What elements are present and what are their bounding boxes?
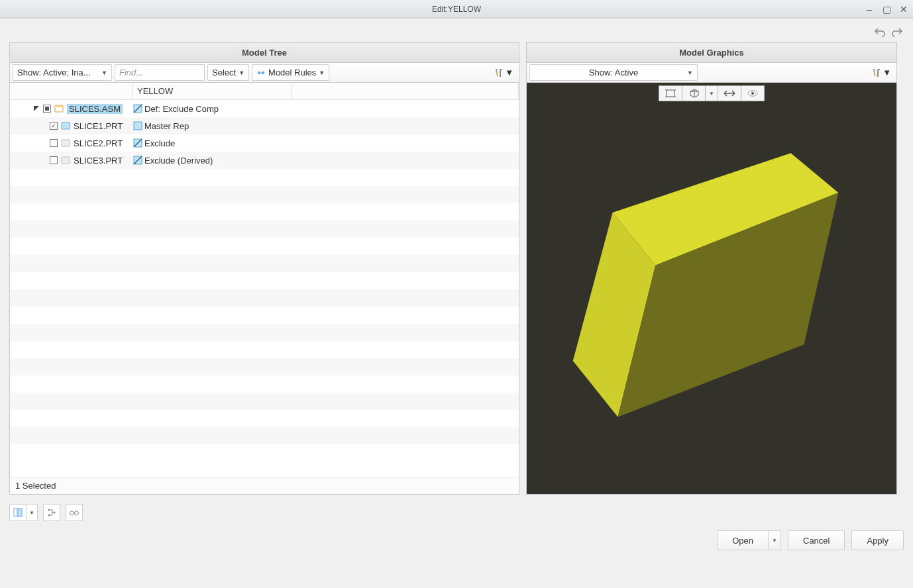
svg-point-28: [48, 514, 50, 516]
graphics-viewport[interactable]: ▼: [527, 83, 896, 494]
open-button[interactable]: Open ▼: [717, 530, 781, 550]
caret-down-icon: ▼: [239, 70, 244, 76]
tree-row-part[interactable]: SLICE1.PRT Master Rep: [10, 117, 519, 134]
layout-toggle-dropdown[interactable]: ▼: [26, 504, 38, 521]
open-dropdown[interactable]: ▼: [769, 538, 780, 544]
caret-down-icon: ▼: [709, 91, 714, 97]
tree-view-button[interactable]: [43, 504, 60, 521]
tristate-checkbox[interactable]: [43, 105, 51, 113]
node-name: SLICE1.PRT: [74, 121, 123, 131]
pan-arrows-icon: [723, 89, 736, 97]
pan-button[interactable]: [718, 85, 741, 101]
tree-view-icon: [47, 508, 56, 517]
svg-rect-8: [62, 140, 70, 146]
viewport-controls: ▼: [659, 85, 765, 101]
tree-column-name[interactable]: [10, 83, 133, 99]
tree-area: YELLOW SLICES.ASM: [10, 83, 519, 494]
redo-icon[interactable]: [890, 25, 904, 38]
svg-point-27: [48, 509, 50, 511]
minimize-button[interactable]: –: [864, 4, 875, 15]
layout-toggle-button[interactable]: [9, 504, 27, 521]
footer-buttons: Open ▼ Cancel Apply: [0, 530, 913, 560]
model-rendering: [527, 83, 896, 494]
part-disabled-icon: [60, 138, 71, 148]
caret-down-icon: ▼: [883, 68, 891, 77]
eye-icon: [746, 89, 759, 98]
bottom-toolbar: ▼: [0, 495, 913, 530]
main-area: Model Tree Show: Active; Ina... ▼ Select…: [0, 42, 913, 495]
tree-row-part[interactable]: SLICE2.PRT Exclude: [10, 134, 519, 152]
find-input-wrapper[interactable]: [115, 64, 205, 81]
exclude-member-icon: [133, 104, 142, 113]
tree-status: 1 Selected: [10, 477, 519, 494]
glasses-view-button[interactable]: [66, 504, 83, 521]
svg-rect-7: [134, 122, 142, 130]
svg-rect-4: [55, 105, 63, 107]
model-graphics-header: Model Graphics: [527, 43, 896, 63]
checkbox[interactable]: [50, 139, 58, 147]
window-controls: – ▢ ✕: [864, 0, 909, 19]
show-filter-dropdown[interactable]: Show: Active; Ina... ▼: [13, 64, 112, 81]
svg-point-15: [751, 92, 754, 95]
maximize-button[interactable]: ▢: [881, 4, 892, 15]
node-name: SLICES.ASM: [67, 104, 123, 114]
svg-rect-2: [496, 70, 498, 76]
tree-settings-button[interactable]: ▼: [492, 64, 516, 81]
visibility-button[interactable]: [741, 85, 765, 101]
master-rep-icon: [133, 121, 142, 130]
close-button[interactable]: ✕: [898, 4, 909, 15]
checkbox[interactable]: [50, 156, 58, 164]
layout-split-icon: [13, 508, 23, 517]
tree-column-headers: YELLOW: [10, 83, 519, 100]
titlebar: Edit:YELLOW – ▢ ✕: [0, 0, 913, 19]
caret-down-icon: ▼: [101, 70, 107, 76]
graphics-show-dropdown[interactable]: Show: Active ▼: [529, 64, 698, 81]
caret-down-icon: ▼: [29, 510, 34, 516]
graphics-settings-button[interactable]: ▼: [869, 64, 894, 81]
undo-icon[interactable]: [873, 25, 886, 38]
node-name: SLICE2.PRT: [74, 138, 123, 148]
cancel-button[interactable]: Cancel: [788, 530, 845, 550]
apply-button[interactable]: Apply: [851, 530, 904, 550]
member-value: Exclude (Derived): [144, 156, 213, 166]
part-disabled-icon: [60, 155, 71, 166]
member-value: Master Rep: [144, 121, 189, 131]
history-tools: [0, 19, 913, 42]
tree-rows: SLICES.ASM Def: Exclude Comp SLICE1.PRT: [10, 100, 519, 477]
svg-rect-12: [873, 70, 875, 76]
tree-row-part[interactable]: SLICE3.PRT Exclude (Derived): [10, 152, 519, 169]
svg-rect-26: [18, 509, 22, 516]
saved-views-dropdown[interactable]: ▼: [705, 85, 718, 101]
model-rules-dropdown[interactable]: Model Rules ▼: [252, 64, 329, 81]
find-input[interactable]: [115, 65, 204, 80]
refit-button[interactable]: [659, 85, 682, 101]
tree-column-spacer: [292, 83, 519, 99]
hammer-screwdriver-icon: [494, 68, 504, 78]
cube-views-icon: [688, 89, 700, 98]
exclude-member-icon: [133, 138, 142, 148]
show-filter-label: Show: Active; Ina...: [17, 68, 91, 77]
refit-icon: [665, 89, 676, 98]
member-value: Exclude: [144, 138, 175, 148]
window-title: Edit:YELLOW: [432, 5, 481, 14]
exclude-member-icon: [133, 156, 142, 165]
select-dropdown[interactable]: Select ▼: [207, 64, 249, 81]
glasses-icon: [69, 509, 80, 516]
tree-column-member[interactable]: YELLOW: [133, 83, 292, 99]
selection-count: 1 Selected: [15, 481, 56, 491]
caret-down-icon: ▼: [687, 70, 693, 76]
caret-down-icon: ▼: [772, 538, 777, 544]
model-tree-panel: Model Tree Show: Active; Ina... ▼ Select…: [9, 42, 519, 495]
svg-rect-6: [62, 122, 70, 129]
svg-rect-13: [667, 90, 674, 97]
node-name: SLICE3.PRT: [74, 156, 123, 166]
saved-views-button[interactable]: [682, 85, 706, 101]
collapse-toggle-icon[interactable]: [32, 105, 40, 113]
model-graphics-toolbar: Show: Active ▼ ▼: [527, 63, 896, 83]
checkbox[interactable]: [50, 122, 58, 130]
member-value: Def: Exclude Comp: [144, 104, 219, 114]
tree-row-assembly[interactable]: SLICES.ASM Def: Exclude Comp: [10, 100, 519, 117]
model-tree-header: Model Tree: [10, 43, 519, 63]
svg-point-30: [70, 511, 74, 515]
cancel-label: Cancel: [803, 536, 830, 546]
